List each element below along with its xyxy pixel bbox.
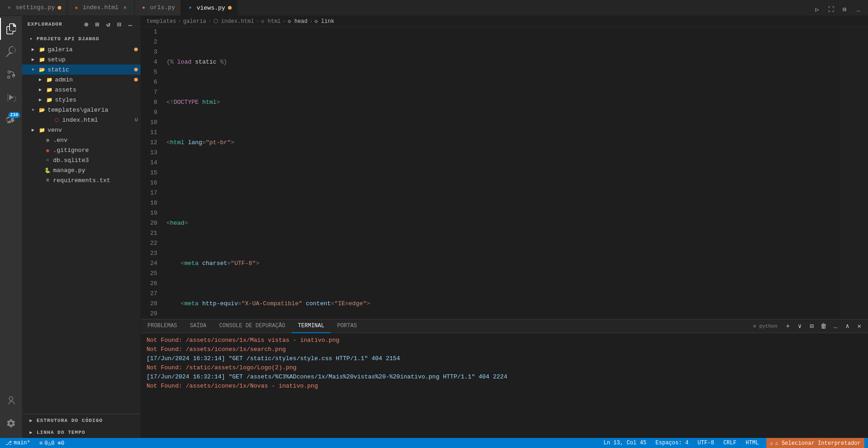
collapse-btn[interactable]: ⊟ [115,20,124,29]
panel-tab-terminal[interactable]: TERMINAL [292,319,331,333]
files-icon [6,23,17,34]
panel-up-btn[interactable]: ∧ [842,321,852,331]
timeline-section[interactable]: ▶ LINHA DO TEMPO [22,426,141,438]
tab-index-label: index.html [83,4,119,11]
project-title[interactable]: ▾ PROJETO API DJANGO [22,32,141,44]
breadcrumb-templates[interactable]: templates [146,18,176,25]
styles-arrow: ▶ [37,96,44,103]
tab-more-btn[interactable]: … [852,4,864,16]
structure-arrow: ▶ [27,417,35,424]
status-interpreter[interactable]: ⚠ ⚠ Selecionar Interpretador [766,438,865,448]
venv-folder-icon: 📁 [38,126,46,134]
requirements-label: requirements.txt [53,177,141,184]
code-line-5: <head> [167,218,837,228]
panel-dropdown-btn[interactable]: ∨ [795,321,805,331]
tree-item-index-html[interactable]: ▶ ⬡ index.html U [22,115,141,125]
code-line-1: {% load static %} [167,57,837,67]
breadcrumb-head[interactable]: ◇ head [288,18,308,25]
status-ln-col[interactable]: Ln 13, Col 45 [602,438,648,448]
tab-index[interactable]: ◆ index.html ✕ [67,0,135,16]
static-dot [134,68,138,71]
panel-right-controls: ⊙ python + ∨ ⊟ 🗑 … ∧ ✕ [753,321,868,331]
breadcrumb-sep4: › [282,18,286,25]
structure-section[interactable]: ▶ ESTRUTURA DO CÓDIGO [22,414,141,426]
code-editor[interactable]: {% load static %} <!DOCTYPE html> <html … [163,27,841,319]
encoding-text: UTF-8 [698,440,714,446]
tree-item-env[interactable]: ▶ ⚙ .env [22,135,141,145]
breadcrumb-indexhtml[interactable]: ⬡ index.html [213,18,254,25]
tree-item-static[interactable]: ▾ 📂 static [22,65,141,75]
tree-item-setup[interactable]: ▶ 📁 setup [22,54,141,65]
lang-text: HTML [746,440,759,446]
tree-item-db[interactable]: ▶ ≡ db.sqlite3 [22,155,141,165]
templates-arrow: ▾ [29,106,37,113]
editor-panel-area: templates › galeria › ⬡ index.html › ◇ h… [141,16,868,438]
tree-item-galeria[interactable]: ▶ 📁 galeria [22,44,141,54]
errors-icon: ⊙ [39,440,43,447]
terminal-content[interactable]: Not Found: /assets/icones/1x/Mais vistas… [141,333,868,438]
activity-run[interactable] [0,86,22,108]
tree-item-venv[interactable]: ▶ 📁 venv [22,125,141,135]
status-branch[interactable]: ⎇ main* [4,438,32,448]
tab-views-label: views.py [196,5,225,11]
tab-bar: ● settings.py ◆ index.html ✕ ● urls.py ●… [0,0,868,16]
status-eol[interactable]: CRLF [722,438,738,448]
tab-index-close[interactable]: ✕ [121,4,129,11]
status-errors[interactable]: ⊙ 0△0 ⊕0 [38,438,66,448]
tab-urls-label: urls.py [150,4,175,11]
eol-text: CRLF [723,440,737,446]
panel-delete-btn[interactable]: 🗑 [819,321,829,331]
panel-close-btn[interactable]: ✕ [854,321,864,331]
panel: PROBLEMAS SAÍDA CONSOLE DE DEPURAÇÃO TER… [141,319,868,438]
status-lang[interactable]: HTML [744,438,761,448]
index-html-tree-icon: ⬡ [53,116,60,124]
tab-urls[interactable]: ● urls.py [135,0,181,16]
tree-item-requirements[interactable]: ▶ ≡ requirements.txt [22,175,141,185]
file-tree: ▾ PROJETO API DJANGO ▶ 📁 galeria ▶ 📁 set… [22,32,141,414]
static-arrow: ▾ [29,66,37,73]
editor-content: 12345 678910 1112131415 1617181920 21222… [141,27,868,319]
breadcrumb-link[interactable]: ◇ link [315,18,334,25]
panel-split-btn[interactable]: ⊟ [807,321,817,331]
panel-tab-saida[interactable]: SAÍDA [184,319,213,333]
activity-explorer[interactable] [0,18,22,40]
new-folder-btn[interactable]: ⊞ [93,20,102,29]
tree-item-admin[interactable]: ▶ 📁 admin [22,75,141,85]
activity-search[interactable] [0,41,22,63]
tree-item-templates[interactable]: ▾ 📂 templates\galeria [22,105,141,115]
activity-source-control[interactable] [0,64,22,86]
breadcrumb-html[interactable]: ◇ html [261,18,281,25]
panel-add-btn[interactable]: + [783,321,793,331]
tab-layout-btn[interactable]: ⊟ [839,4,851,16]
status-spaces[interactable]: Espaços: 4 [654,438,690,448]
new-file-btn[interactable]: ⊕ [82,20,91,29]
tree-item-manage[interactable]: ▶ 🐍 manage.py [22,165,141,175]
panel-tab-console[interactable]: CONSOLE DE DEPURAÇÃO [213,319,292,333]
activity-account[interactable] [0,389,22,411]
main-area: 230 EXPLORADOR ⊕ ⊞ ↺ ⊟ … [0,16,868,438]
status-encoding[interactable]: UTF-8 [696,438,716,448]
terminal-line-1: Not Found: /assets/icones/1x/Mais vistas… [146,336,863,345]
setup-folder-icon: 📁 [38,56,46,63]
panel-tab-problemas[interactable]: PROBLEMAS [141,319,184,333]
activity-extensions[interactable]: 230 [0,109,22,131]
tree-item-gitignore[interactable]: ▶ ◉ .gitignore [22,145,141,155]
panel-tab-portas[interactable]: PORTAS [331,319,363,333]
panel-more-btn[interactable]: … [830,321,841,331]
refresh-btn[interactable]: ↺ [104,20,113,29]
manage-label: manage.py [53,167,141,174]
activity-settings-gear[interactable] [0,412,22,434]
breadcrumb-galeria[interactable]: galeria [183,18,206,25]
galeria-label: galeria [48,46,132,53]
urls-py-icon: ● [140,4,147,11]
tab-views[interactable]: ● views.py [181,0,237,16]
tree-item-styles[interactable]: ▶ 📁 styles [22,95,141,105]
branch-name: main* [14,440,30,446]
tree-item-assets[interactable]: ▶ 📁 assets [22,85,141,95]
code-line-3: <html lang="pt-br"> [167,138,837,148]
errors-text: 0△0 ⊕0 [44,440,64,447]
tab-run-btn[interactable]: ▷ [811,4,823,16]
tab-settings[interactable]: ● settings.py [0,0,67,16]
tab-split-btn[interactable]: ⛶ [825,4,837,16]
more-btn[interactable]: … [126,20,135,29]
